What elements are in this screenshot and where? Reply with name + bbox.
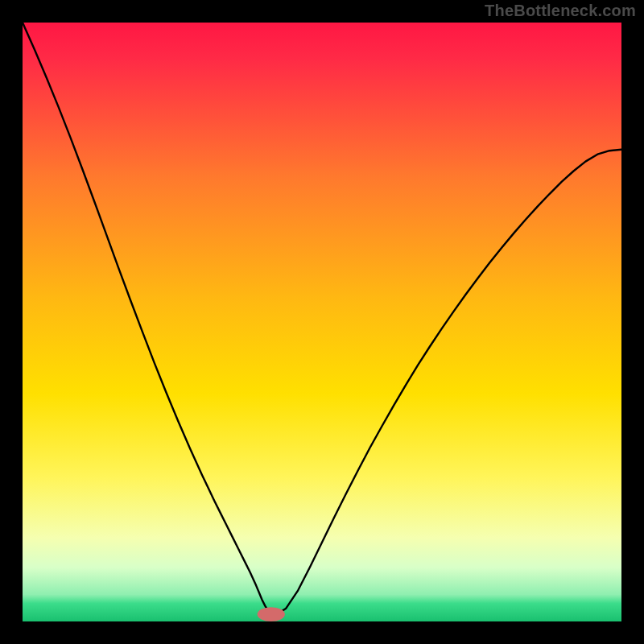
gradient-background [23, 23, 621, 621]
chart-frame: TheBottleneck.com [0, 0, 644, 644]
plot-area [23, 23, 621, 621]
bottleneck-chart-svg [23, 23, 621, 621]
minimum-marker [258, 607, 285, 621]
watermark-label: TheBottleneck.com [485, 2, 636, 20]
